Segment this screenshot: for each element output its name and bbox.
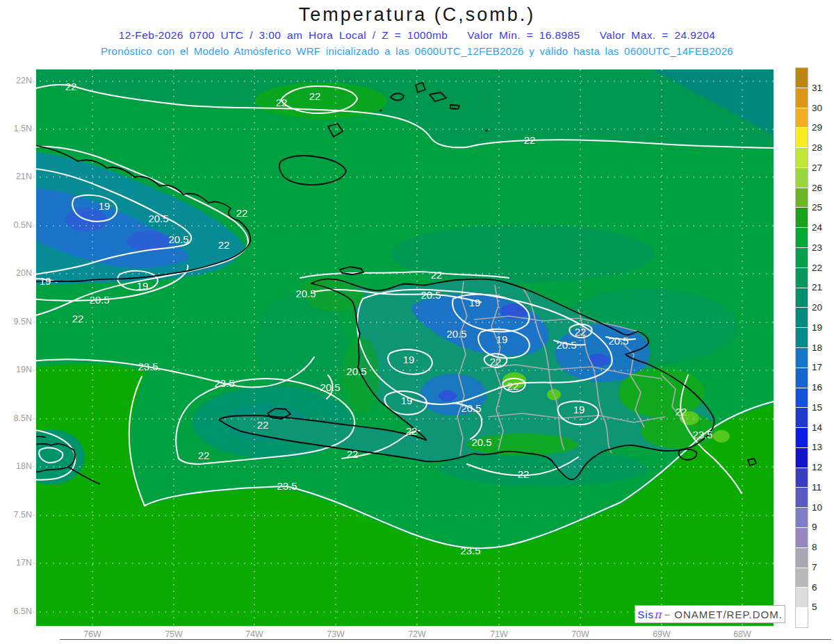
colorbar-tick-label: 30	[812, 103, 822, 113]
contour-label: 19	[469, 297, 481, 308]
temperature-colorbar	[796, 68, 808, 627]
colorbar-band	[796, 488, 808, 508]
bottom-divider	[60, 639, 831, 640]
colorbar-band	[796, 268, 808, 288]
y-tick-label: 7.5N	[0, 510, 32, 520]
contour-label: 23.5	[138, 361, 158, 372]
contour-label: 20.5	[420, 289, 441, 301]
colorbar-band	[796, 248, 808, 268]
contour-label: 20.5	[89, 294, 109, 306]
contour-label: 22	[406, 425, 418, 437]
colorbar-band	[796, 88, 808, 108]
colorbar-band	[796, 308, 808, 328]
contour-label: 22	[431, 269, 443, 281]
colorbar-band	[796, 448, 808, 468]
colorbar-band	[796, 568, 808, 588]
y-tick-label: 8.5N	[0, 413, 32, 423]
colorbar-band	[796, 428, 808, 448]
colorbar-band	[796, 168, 808, 188]
contour-label: 22	[218, 239, 230, 251]
colorbar-tick-label: 14	[812, 422, 822, 433]
contour-label: 19	[403, 354, 415, 365]
contour-label: 22	[276, 97, 288, 108]
contour-label: 22	[72, 313, 84, 324]
y-tick-label: 1.5N	[0, 124, 32, 133]
valid-time-line: 12-Feb-2026 0700 UTC / 3:00 am Hora Loca…	[0, 29, 834, 42]
contour-label: 23.5	[277, 480, 297, 492]
colorbar-tick-label: 17	[812, 362, 822, 372]
contour-label: 22	[347, 448, 359, 460]
contour-label: 22	[490, 356, 502, 368]
colorbar-tick-label: 12	[812, 462, 822, 472]
contour-label: 22	[575, 326, 587, 338]
y-tick-label: 20N	[0, 268, 32, 278]
colorbar-tick-label: 11	[812, 482, 821, 493]
contour-label: 20.5	[295, 288, 316, 299]
temperature-map: 2222222222221920.520.5191920.5222220.520…	[36, 69, 774, 626]
contour-label: 19	[40, 275, 51, 287]
x-tick-label: 72W	[396, 629, 438, 639]
colorbar-band	[796, 368, 808, 388]
colorbar-band	[796, 108, 808, 129]
colorbar-tick-label: 24	[812, 222, 822, 233]
contour-label: 19	[573, 404, 585, 415]
colorbar-tick-label: 29	[812, 122, 822, 133]
colorbar-band	[796, 288, 808, 308]
contour-label: 22	[518, 468, 530, 480]
colorbar-tick-label: 25	[812, 202, 822, 213]
colorbar-tick-label: 9	[812, 522, 817, 532]
colorbar-band	[796, 68, 808, 88]
x-tick-label: 74W	[234, 629, 275, 639]
contour-label: 22	[236, 207, 248, 219]
contour-label: 22	[676, 406, 687, 418]
contour-label: 20.5	[148, 213, 168, 224]
colorbar-band	[796, 348, 808, 368]
pi-icon: π	[654, 608, 662, 621]
model-info-line: Pronóstico con el Modelo Atmósferico WRF…	[0, 45, 834, 57]
colorbar-band	[796, 468, 808, 488]
map-canvas	[36, 69, 774, 633]
y-tick-label: 17N	[0, 558, 32, 568]
contour-label: 20.5	[446, 328, 466, 340]
x-tick-label: 75W	[153, 629, 195, 639]
x-tick-label: 69W	[641, 629, 682, 639]
contour-label: 19	[137, 280, 149, 292]
contour-label: 22	[65, 81, 77, 92]
x-tick-label: 71W	[478, 629, 520, 639]
contour-label: 19	[401, 395, 413, 406]
x-tick-label: 76W	[72, 629, 113, 639]
colorbar-tick-label: 19	[812, 322, 822, 333]
colorbar-band	[796, 148, 808, 168]
colorbar-band	[796, 508, 808, 528]
dash-separator: −	[664, 609, 671, 620]
colorbar-tick-label: 10	[812, 502, 822, 513]
colorbar-band	[796, 588, 808, 608]
contour-label: 20.5	[168, 233, 188, 245]
contour-label: 20.5	[320, 381, 340, 393]
valid-time-text: 12-Feb-2026 0700 UTC / 3:00 am Hora Loca…	[119, 29, 448, 41]
colorbar-tick-label: 28	[812, 142, 822, 153]
colorbar-band	[796, 388, 808, 408]
colorbar-tick-label: 26	[812, 183, 822, 193]
wrf-temperature-forecast-chart: Temperatura (C,somb.) 12-Feb-2026 0700 U…	[0, 0, 834, 644]
x-tick-label: 73W	[315, 629, 357, 639]
y-tick-label: 6.5N	[0, 606, 32, 616]
y-tick-label: 19N	[0, 365, 32, 374]
y-tick-label: 22N	[0, 76, 32, 85]
colorbar-band	[796, 408, 808, 428]
contour-label: 19	[496, 333, 508, 345]
y-tick-label: 9.5N	[0, 317, 32, 327]
y-tick-label: 21N	[0, 172, 32, 181]
contour-label: 20.5	[346, 365, 366, 377]
branding-box: Sisπ−ONAMET/REP.DOM.	[635, 605, 785, 623]
colorbar-tick-label: 8	[812, 542, 817, 552]
colorbar-band	[796, 608, 808, 627]
contour-label: 23.5	[692, 429, 712, 440]
contour-label: 20.5	[556, 339, 576, 351]
y-tick-label: 0.5N	[0, 220, 32, 230]
contour-label: 20.5	[461, 402, 481, 414]
colorbar-tick-label: 20	[812, 302, 822, 313]
x-tick-label: 68W	[721, 629, 763, 639]
colorbar-tick-label: 5	[812, 602, 817, 612]
page-title: Temperatura (C,somb.)	[0, 4, 834, 26]
